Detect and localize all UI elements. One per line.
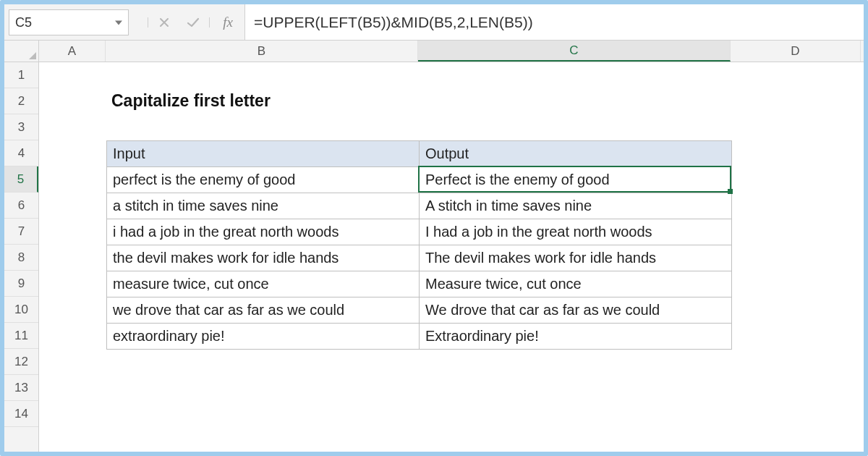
cell-input[interactable]: perfect is the enemy of good: [107, 167, 420, 193]
cancel-button[interactable]: [150, 4, 179, 40]
table-row: a stitch in time saves nineA stitch in t…: [107, 193, 732, 219]
table-row: i had a job in the great north woodsI ha…: [107, 219, 732, 245]
table-row: measure twice, cut onceMeasure twice, cu…: [107, 271, 732, 297]
select-all-corner[interactable]: [4, 41, 39, 62]
row-header-8[interactable]: 8: [4, 245, 38, 271]
table-row: the devil makes work for idle handsThe d…: [107, 245, 732, 271]
chevron-down-icon[interactable]: [115, 21, 122, 25]
cell-output[interactable]: Extraordinary pie!: [420, 324, 732, 350]
x-icon: [158, 17, 170, 28]
cell-output[interactable]: A stitch in time saves nine: [420, 193, 732, 219]
column-header-B[interactable]: B: [106, 41, 418, 62]
cell-output[interactable]: Perfect is the enemy of good: [420, 167, 732, 193]
column-headers: A B C D: [4, 41, 864, 62]
table-header-input[interactable]: Input: [107, 141, 420, 167]
table-row: extraordinary pie!Extraordinary pie!: [107, 324, 732, 350]
name-box[interactable]: C5: [9, 9, 129, 35]
row-header-2[interactable]: 2: [4, 88, 38, 114]
table-row: we drove that car as far as we couldWe d…: [107, 297, 732, 324]
fx-icon: fx: [223, 14, 233, 30]
cell-output[interactable]: We drove that car as far as we could: [420, 297, 732, 324]
cell-input[interactable]: a stitch in time saves nine: [107, 193, 420, 219]
cell-output[interactable]: I had a job in the great north woods: [420, 219, 732, 245]
row-header-6[interactable]: 6: [4, 193, 38, 219]
app-frame: C5 fx =UPPER(LEFT(B5))&MID(B5,2,LEN(B5))…: [0, 0, 868, 456]
row-header-11[interactable]: 11: [4, 323, 38, 349]
cell-input[interactable]: the devil makes work for idle hands: [107, 245, 420, 271]
cell-input[interactable]: extraordinary pie!: [107, 324, 420, 350]
table-header-output[interactable]: Output: [420, 141, 732, 167]
grid-body: 1234567891011121314 Capitalize first let…: [4, 62, 864, 452]
column-header-A[interactable]: A: [39, 41, 106, 62]
cell-input[interactable]: we drove that car as far as we could: [107, 297, 420, 324]
enter-button[interactable]: [179, 4, 208, 40]
formula-input[interactable]: =UPPER(LEFT(B5))&MID(B5,2,LEN(B5)): [244, 4, 864, 40]
cell-input[interactable]: i had a job in the great north woods: [107, 219, 420, 245]
column-header-C[interactable]: C: [418, 41, 731, 62]
column-header-D[interactable]: D: [731, 41, 861, 62]
table-row: perfect is the enemy of goodPerfect is t…: [107, 167, 732, 193]
cells-area[interactable]: Capitalize first letter Input Output per…: [39, 62, 864, 452]
check-icon: [186, 17, 200, 28]
row-header-9[interactable]: 9: [4, 271, 38, 297]
formula-text: =UPPER(LEFT(B5))&MID(B5,2,LEN(B5)): [254, 14, 533, 31]
data-table: Input Output perfect is the enemy of goo…: [106, 140, 732, 350]
table-header-row: Input Output: [107, 141, 732, 167]
name-box-value: C5: [15, 15, 32, 30]
formula-bar: C5 fx =UPPER(LEFT(B5))&MID(B5,2,LEN(B5)): [4, 4, 864, 41]
insert-function-button[interactable]: fx: [211, 4, 244, 40]
row-header-10[interactable]: 10: [4, 297, 38, 323]
cell-output[interactable]: Measure twice, cut once: [420, 271, 732, 297]
cell-input[interactable]: measure twice, cut once: [107, 271, 420, 297]
row-header-1[interactable]: 1: [4, 62, 38, 88]
row-header-12[interactable]: 12: [4, 349, 38, 375]
row-header-14[interactable]: 14: [4, 401, 38, 427]
row-headers: 1234567891011121314: [4, 62, 39, 452]
spacer: [129, 4, 146, 40]
row-header-13[interactable]: 13: [4, 375, 38, 401]
row-header-4[interactable]: 4: [4, 140, 38, 166]
row-header-3[interactable]: 3: [4, 114, 38, 140]
row-header-5[interactable]: 5: [4, 166, 38, 193]
page-title: Capitalize first letter: [111, 91, 271, 111]
cell-output[interactable]: The devil makes work for idle hands: [420, 245, 732, 271]
row-header-7[interactable]: 7: [4, 219, 38, 245]
